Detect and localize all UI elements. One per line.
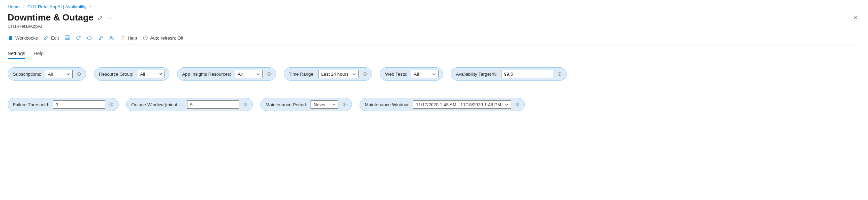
failure-threshold-label: Failure Threshold: bbox=[13, 102, 49, 107]
refresh-icon bbox=[75, 35, 81, 41]
failure-threshold-input[interactable]: 3 bbox=[53, 100, 105, 109]
outage-window-value: 5 bbox=[190, 102, 193, 107]
subscriptions-filter: Subscriptions: All bbox=[8, 67, 86, 81]
outage-window-label: Outage Window (minut... : bbox=[131, 102, 184, 107]
maintenance-period-filter: Maintenance Period: Never bbox=[260, 98, 352, 111]
outage-window-filter: Outage Window (minut... : 5 bbox=[126, 98, 253, 111]
info-icon[interactable] bbox=[515, 102, 520, 107]
app-insights-label: App Insights Resources: bbox=[182, 72, 231, 77]
resource-group-dropdown[interactable]: All bbox=[137, 70, 165, 78]
app-insights-value: All bbox=[238, 72, 243, 77]
availability-target-value: 99.5 bbox=[504, 72, 513, 77]
filter-row-2: Failure Threshold: 3 Outage Window (minu… bbox=[8, 98, 860, 111]
chevron-down-icon bbox=[332, 102, 336, 107]
info-icon[interactable] bbox=[362, 71, 368, 77]
tab-settings[interactable]: Settings bbox=[8, 51, 25, 59]
auto-refresh-button[interactable]: Auto refresh: Off bbox=[143, 35, 183, 41]
info-icon[interactable] bbox=[108, 102, 114, 107]
outage-window-input[interactable]: 5 bbox=[187, 100, 239, 109]
chevron-down-icon bbox=[66, 72, 70, 76]
help-button[interactable]: Help bbox=[120, 35, 137, 41]
subscriptions-label: Subscriptions: bbox=[13, 72, 41, 77]
breadcrumb-resource[interactable]: CH1-RetailAppAI | Availability bbox=[27, 4, 87, 9]
availability-target-filter: Availability Target %: 99.5 bbox=[451, 67, 566, 81]
chevron-down-icon bbox=[432, 72, 436, 76]
edit-label: Edit bbox=[51, 35, 59, 41]
availability-target-input[interactable]: 99.5 bbox=[501, 70, 553, 78]
refresh-button[interactable] bbox=[75, 35, 81, 41]
maintenance-window-value: 11/17/2020 1:48 AM - 11/18/2020 1:48 PM bbox=[416, 102, 501, 107]
subscriptions-dropdown[interactable]: All bbox=[45, 70, 73, 78]
page-title: Downtime & Outage bbox=[8, 12, 94, 23]
failure-threshold-value: 3 bbox=[56, 102, 58, 107]
more-options-button[interactable]: ··· bbox=[107, 15, 113, 20]
breadcrumb-home[interactable]: Home bbox=[8, 4, 20, 9]
pin-icon[interactable] bbox=[97, 15, 103, 21]
workbooks-button[interactable]: Workbooks bbox=[8, 35, 38, 41]
export-button[interactable] bbox=[87, 35, 92, 41]
filter-row-1: Subscriptions: All Resource Group: All A… bbox=[8, 67, 860, 81]
command-bar: Workbooks Edit Help Auto refresh: Off bbox=[8, 33, 860, 44]
resource-group-value: All bbox=[140, 72, 145, 77]
time-range-dropdown[interactable]: Last 24 hours bbox=[318, 70, 359, 78]
time-range-value: Last 24 hours bbox=[321, 72, 349, 77]
info-icon[interactable] bbox=[76, 71, 82, 77]
time-range-filter: Time Range: Last 24 hours bbox=[284, 67, 372, 81]
info-icon[interactable] bbox=[557, 71, 562, 77]
people-icon bbox=[109, 35, 114, 41]
tab-help[interactable]: Help bbox=[34, 51, 44, 59]
subscriptions-value: All bbox=[48, 72, 53, 77]
pencil-icon bbox=[43, 35, 49, 41]
maintenance-window-filter: Maintenance Window: 11/17/2020 1:48 AM -… bbox=[360, 98, 525, 111]
app-insights-dropdown[interactable]: All bbox=[235, 70, 263, 78]
question-icon bbox=[120, 35, 126, 41]
page-subtitle: CH1-RetailAppAI bbox=[8, 24, 860, 29]
maintenance-window-label: Maintenance Window: bbox=[365, 102, 409, 107]
web-tests-filter: Web Tests: All bbox=[380, 67, 443, 81]
chevron-down-icon bbox=[158, 72, 162, 76]
pin-toolbar-button[interactable] bbox=[98, 35, 103, 41]
maintenance-period-dropdown[interactable]: Never bbox=[311, 100, 338, 109]
chevron-down-icon bbox=[352, 72, 356, 76]
workbooks-label: Workbooks bbox=[15, 35, 38, 41]
time-range-label: Time Range: bbox=[289, 72, 315, 77]
help-label: Help bbox=[128, 35, 137, 41]
chevron-right-icon bbox=[22, 4, 25, 9]
auto-refresh-label: Auto refresh: Off bbox=[150, 35, 183, 41]
maintenance-period-label: Maintenance Period: bbox=[266, 102, 307, 107]
save-button[interactable] bbox=[64, 35, 70, 41]
page-header: Downtime & Outage ··· bbox=[8, 12, 860, 23]
breadcrumb: Home CH1-RetailAppAI | Availability bbox=[8, 4, 860, 9]
app-insights-filter: App Insights Resources: All bbox=[177, 67, 276, 81]
web-tests-value: All bbox=[414, 72, 419, 77]
save-icon bbox=[64, 35, 70, 41]
resource-group-label: Resource Group: bbox=[99, 72, 134, 77]
tab-bar: Settings Help bbox=[8, 44, 860, 61]
availability-target-label: Availability Target %: bbox=[456, 72, 497, 77]
chevron-down-icon bbox=[256, 72, 260, 76]
info-icon[interactable] bbox=[243, 102, 248, 107]
maintenance-window-dropdown[interactable]: 11/17/2020 1:48 AM - 11/18/2020 1:48 PM bbox=[413, 100, 511, 109]
close-button[interactable] bbox=[851, 13, 860, 23]
maintenance-period-value: Never bbox=[314, 102, 326, 107]
web-tests-dropdown[interactable]: All bbox=[411, 70, 439, 78]
web-tests-label: Web Tests: bbox=[385, 72, 407, 77]
share-button[interactable] bbox=[109, 35, 114, 41]
chevron-right-icon bbox=[89, 4, 92, 9]
info-icon[interactable] bbox=[266, 71, 272, 77]
resource-group-filter: Resource Group: All bbox=[94, 67, 169, 81]
info-icon[interactable] bbox=[342, 102, 347, 107]
chevron-down-icon bbox=[505, 102, 509, 107]
cloud-icon bbox=[87, 35, 92, 41]
clock-icon bbox=[143, 35, 148, 41]
workbook-icon bbox=[8, 35, 13, 41]
pin-icon bbox=[98, 35, 103, 41]
edit-button[interactable]: Edit bbox=[43, 35, 59, 41]
failure-threshold-filter: Failure Threshold: 3 bbox=[8, 98, 119, 111]
